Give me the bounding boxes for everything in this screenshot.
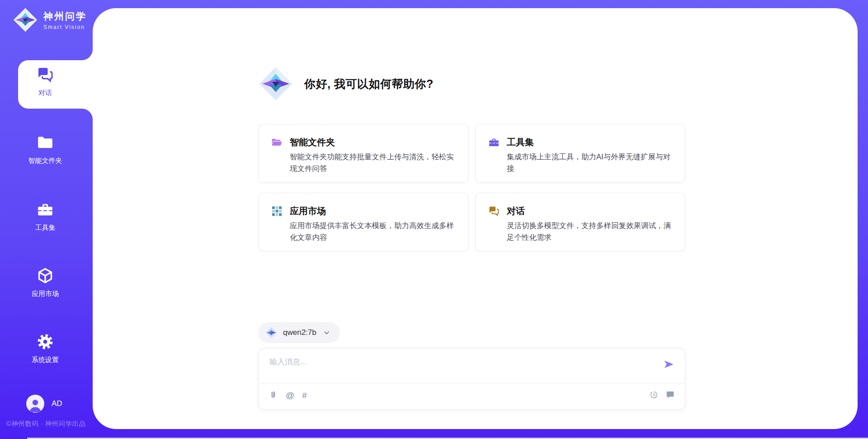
app-frame: 神州问学 Smart Vision 对话 智能文件夹 xyxy=(0,0,868,439)
toolbox-icon xyxy=(37,201,54,218)
card-title: 工具集 xyxy=(507,136,534,148)
sidebar-item-app-market[interactable]: 应用市场 xyxy=(0,267,90,298)
brand-subtitle: Smart Vision xyxy=(43,24,87,30)
grid-icon xyxy=(271,205,283,217)
user-initials: AD xyxy=(52,399,62,408)
folder-icon xyxy=(37,134,54,151)
composer-divider xyxy=(259,383,685,383)
composer-tools: @ # xyxy=(269,391,307,400)
card-description: 应用市场提供丰富长文本模板，助力高效生成多样化文章内容 xyxy=(290,220,456,243)
paperclip-icon[interactable] xyxy=(269,391,278,400)
history-icon[interactable] xyxy=(649,390,659,400)
sidebar-item-settings[interactable]: 系统设置 xyxy=(0,333,90,364)
sidebar-item-label: 智能文件夹 xyxy=(28,157,62,165)
brand-name: 神州问学 xyxy=(43,10,87,23)
brand: 神州问学 Smart Vision xyxy=(13,7,87,33)
card-description: 灵活切换多模型文件，支持多样回复效果调试，满足个性化需求 xyxy=(507,220,673,243)
briefcase-icon xyxy=(488,137,500,148)
sidebar-item-label: 工具集 xyxy=(35,224,56,232)
model-logo-icon xyxy=(265,327,277,339)
model-selector[interactable]: qwen2:7b xyxy=(258,322,340,343)
sidebar-item-label: 应用市场 xyxy=(32,290,59,298)
card-app-market[interactable]: 应用市场 应用市场提供丰富长文本模板，助力高效生成多样化文章内容 xyxy=(258,193,468,252)
hash-icon[interactable]: # xyxy=(302,391,307,400)
sidebar-item-chat[interactable]: 对话 xyxy=(0,66,90,97)
chat-bubbles-icon xyxy=(37,66,54,83)
at-sign-icon[interactable]: @ xyxy=(286,391,294,400)
cube-icon xyxy=(37,267,54,284)
card-smart-folder[interactable]: 智能文件夹 智能文件夹功能支持批量文件上传与清洗，轻松实现文件问答 xyxy=(258,124,468,183)
folder-open-icon xyxy=(271,137,283,148)
sidebar-item-label: 对话 xyxy=(38,89,52,97)
send-icon[interactable] xyxy=(663,359,674,370)
card-title: 智能文件夹 xyxy=(290,136,335,148)
message-input[interactable] xyxy=(269,358,653,367)
sidebar-item-toolset[interactable]: 工具集 xyxy=(0,201,90,232)
feature-cards: 智能文件夹 智能文件夹功能支持批量文件上传与清洗，轻松实现文件问答 工具集 xyxy=(258,124,685,252)
model-name: qwen2:7b xyxy=(283,328,316,337)
sidebar-item-label: 系统设置 xyxy=(32,356,59,364)
card-chat[interactable]: 对话 灵活切换多模型文件，支持多样回复效果调试，满足个性化需求 xyxy=(475,193,685,252)
card-title: 对话 xyxy=(507,205,525,217)
composer: @ # xyxy=(258,348,685,410)
greeting: 你好, 我可以如何帮助你? xyxy=(258,66,434,101)
gear-icon xyxy=(37,333,54,350)
brand-logo-icon xyxy=(13,7,38,33)
card-description: 集成市场上主流工具，助力AI与外界无缝扩展与对接 xyxy=(507,151,673,174)
card-toolset[interactable]: 工具集 集成市场上主流工具，助力AI与外界无缝扩展与对接 xyxy=(475,124,685,183)
user-chip[interactable]: AD xyxy=(26,395,62,413)
greeting-title: 你好, 我可以如何帮助你? xyxy=(304,76,434,91)
card-description: 智能文件夹功能支持批量文件上传与清洗，轻松实现文件问答 xyxy=(290,151,456,174)
main-panel: 你好, 我可以如何帮助你? 智能文件夹 智能文件夹功能支持批量文件上传与清洗，轻… xyxy=(93,8,858,429)
card-title: 应用市场 xyxy=(290,205,326,217)
sidebar-item-smart-folder[interactable]: 智能文件夹 xyxy=(0,134,90,165)
sidebar: 神州问学 Smart Vision 对话 智能文件夹 xyxy=(0,0,93,439)
copyright-footer: ©神州数码 · 神州问学出品 xyxy=(6,420,86,428)
chat-bubbles-icon xyxy=(488,205,500,217)
person-icon xyxy=(26,396,44,413)
assistant-logo-icon xyxy=(258,66,293,101)
message-square-icon[interactable] xyxy=(665,390,675,400)
avatar xyxy=(26,395,44,413)
composer-right-tools xyxy=(649,390,675,400)
chevron-down-icon xyxy=(323,329,330,336)
